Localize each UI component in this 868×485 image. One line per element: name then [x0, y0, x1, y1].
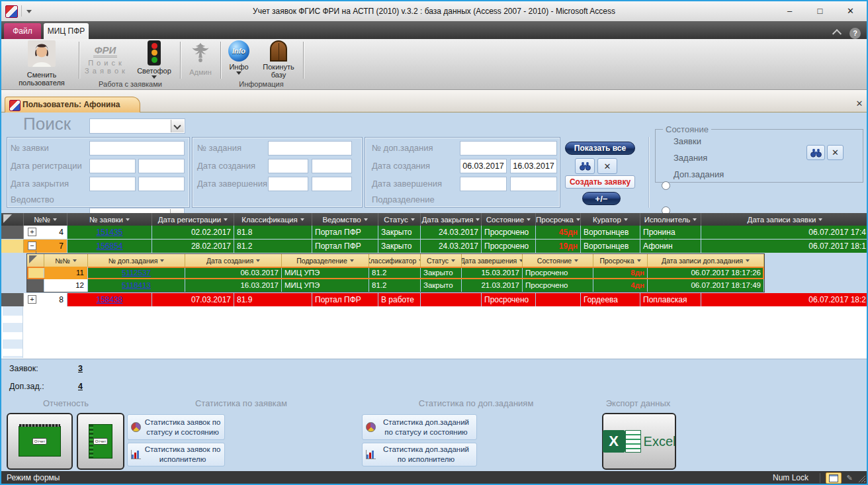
- state-clear-button[interactable]: ✕: [827, 145, 844, 160]
- column-header-finished[interactable]: Дата завершения: [462, 254, 523, 267]
- executor-cell[interactable]: Пронина: [640, 226, 701, 239]
- column-header-department[interactable]: Ведомство: [312, 213, 378, 226]
- classifier-cell[interactable]: 81.2: [369, 279, 421, 292]
- request-number-input[interactable]: [89, 141, 185, 155]
- column-header-num[interactable]: №№: [44, 254, 88, 267]
- document-tab[interactable]: Пользователь: Афонина: [5, 97, 140, 112]
- overdue-cell[interactable]: 4дн: [593, 279, 648, 292]
- stat-requests-executor-button[interactable]: Статистика заявок по исполнителю: [127, 443, 225, 466]
- column-header-request[interactable]: № заявки: [67, 213, 152, 226]
- row-number-cell[interactable]: 11: [44, 267, 88, 279]
- row-selector[interactable]: [1, 240, 24, 253]
- column-header-num[interactable]: №№: [24, 213, 67, 226]
- report-button-1[interactable]: Отчет: [7, 413, 73, 470]
- regdate-cell[interactable]: 07.03.2017: [152, 293, 234, 306]
- chevron-down-icon[interactable]: [171, 120, 184, 132]
- column-header-status[interactable]: Статус: [378, 213, 421, 226]
- leave-db-button[interactable]: Покинуть базу: [257, 40, 300, 80]
- column-header-executor[interactable]: Исполнитель: [640, 213, 701, 226]
- search-combo[interactable]: [89, 118, 185, 134]
- subtask-finish-from-input[interactable]: [460, 177, 507, 191]
- row-selector[interactable]: [27, 279, 44, 292]
- regdate-cell[interactable]: 02.02.2017: [152, 226, 234, 239]
- select-all-corner[interactable]: [1, 213, 24, 226]
- find-button[interactable]: [575, 158, 595, 174]
- request-cell[interactable]: 151435: [67, 226, 152, 239]
- close-button[interactable]: ✕: [836, 1, 865, 21]
- column-header-overdue[interactable]: Просрочка: [593, 254, 648, 267]
- column-header-created[interactable]: Дата создания: [185, 254, 282, 267]
- radio-tasks-label[interactable]: Задания: [673, 153, 707, 163]
- record-cell[interactable]: 06.07.2017 18:1: [701, 240, 868, 253]
- state-find-button[interactable]: [806, 145, 825, 160]
- division-cell[interactable]: МИЦ УПЭ: [282, 267, 369, 279]
- column-header-state[interactable]: Состояние: [523, 254, 593, 267]
- radio-subtasks-label[interactable]: Доп.задания: [673, 169, 724, 179]
- finished-cell[interactable]: 21.03.2017: [462, 279, 523, 292]
- app-icon[interactable]: [5, 5, 18, 18]
- row-selector[interactable]: [1, 293, 24, 306]
- report-button-2[interactable]: Отчет: [77, 413, 124, 470]
- column-header-subtask[interactable]: № доп.задания: [88, 254, 185, 267]
- status-cell[interactable]: Закрыто: [421, 279, 462, 292]
- overdue-cell[interactable]: 19дн: [536, 240, 581, 253]
- column-header-state[interactable]: Состояние: [482, 213, 536, 226]
- closedate-cell[interactable]: 24.03.2017: [421, 240, 482, 253]
- record-cell[interactable]: 06.07.2017 18:17:26: [648, 267, 764, 279]
- state-cell[interactable]: Просрочено: [482, 226, 536, 239]
- overdue-cell[interactable]: 45дн: [536, 226, 581, 239]
- status-cell[interactable]: В работе: [378, 293, 421, 306]
- record-cell[interactable]: 06.07.2017 17:4: [701, 226, 868, 239]
- reg-date-to-input[interactable]: [138, 159, 185, 173]
- subtask-cell[interactable]: 5118413: [88, 279, 185, 292]
- qat-dropdown-icon[interactable]: [26, 10, 32, 16]
- closedate-cell[interactable]: [421, 293, 482, 306]
- sub-select-all-corner[interactable]: [27, 254, 44, 267]
- state-cell[interactable]: Просрочено: [523, 267, 593, 279]
- column-header-class[interactable]: Классификация: [234, 213, 312, 226]
- expand-button[interactable]: +: [28, 295, 36, 304]
- column-header-closedate[interactable]: Дата закрытия: [421, 213, 482, 226]
- row-number-cell[interactable]: +4: [24, 226, 67, 239]
- resize-grip[interactable]: [857, 474, 865, 482]
- column-header-curator[interactable]: Куратор: [581, 213, 640, 226]
- expand-button[interactable]: +: [28, 228, 36, 236]
- show-all-button[interactable]: Показать все: [565, 142, 635, 155]
- traffic-light-button[interactable]: Светофор: [131, 40, 177, 80]
- state-cell[interactable]: Просрочено: [482, 293, 536, 306]
- request-link[interactable]: 158438: [70, 293, 149, 306]
- class-cell[interactable]: 81.8: [234, 226, 312, 239]
- division-cell[interactable]: МИЦ УПЭ: [282, 279, 369, 292]
- row-number-cell[interactable]: 12: [44, 279, 88, 292]
- state-cell[interactable]: Просрочено: [523, 279, 593, 292]
- request-link[interactable]: 151435: [70, 226, 149, 239]
- maximize-button[interactable]: □: [805, 1, 835, 21]
- stat-requests-status-button[interactable]: Статистика заявок по статусу и состоянию: [127, 414, 225, 440]
- subtask-number-input[interactable]: [460, 141, 557, 155]
- row-number-cell[interactable]: +8: [24, 293, 67, 306]
- created-cell[interactable]: 16.03.2017: [185, 279, 282, 292]
- status-cell[interactable]: Закрыто: [378, 240, 421, 253]
- request-cell[interactable]: 156854: [67, 240, 152, 253]
- curator-cell[interactable]: Гордеева: [581, 293, 640, 306]
- stat-subtasks-executor-button[interactable]: Статистика доп.заданий по исполнителю: [362, 443, 477, 466]
- column-header-regdate[interactable]: Дата регистрации: [152, 213, 234, 226]
- subtask-link[interactable]: 5118413: [91, 279, 182, 292]
- overdue-cell[interactable]: [536, 293, 581, 306]
- closedate-cell[interactable]: 24.03.2017: [421, 226, 482, 239]
- regdate-cell[interactable]: 28.02.2017: [152, 240, 234, 253]
- minimize-button[interactable]: –: [775, 1, 804, 21]
- row-selector[interactable]: [1, 226, 24, 239]
- task-finish-from-input[interactable]: [268, 177, 308, 191]
- class-cell[interactable]: 81.9: [234, 293, 312, 306]
- task-create-from-input[interactable]: [268, 159, 308, 173]
- subtask-link[interactable]: 5112537: [91, 267, 182, 279]
- column-header-status[interactable]: Статус: [421, 254, 462, 267]
- column-header-record[interactable]: Дата записи заявки: [701, 213, 868, 226]
- close-date-from-input[interactable]: [89, 177, 136, 191]
- subtask-create-to-input[interactable]: 16.03.2017: [510, 159, 557, 173]
- design-view-button[interactable]: ✎: [842, 472, 857, 484]
- finished-cell[interactable]: 15.03.2017: [462, 267, 523, 279]
- department-cell[interactable]: Портал ПФР: [312, 226, 378, 239]
- create-request-button[interactable]: Создать заявку: [565, 175, 635, 189]
